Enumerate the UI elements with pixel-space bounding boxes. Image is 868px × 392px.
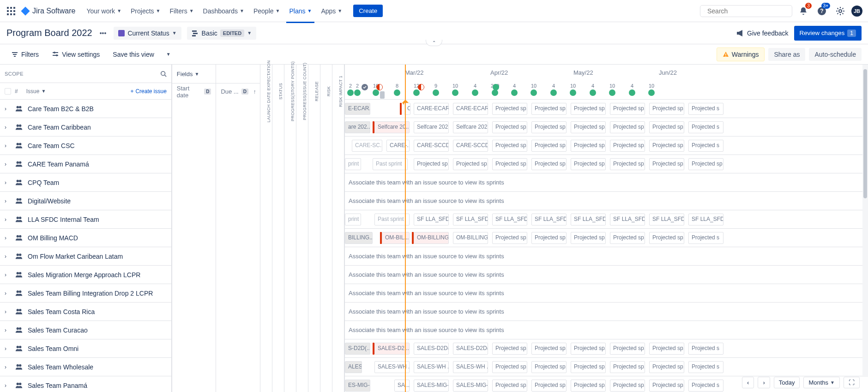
release-marker[interactable]: 10	[609, 83, 615, 96]
vertical-column[interactable]: RELEASE	[308, 65, 320, 392]
release-marker[interactable]: 9	[433, 83, 439, 96]
sprint-box[interactable]: CARE-SCCD...	[453, 140, 488, 152]
fullscreen-button[interactable]: ⛶	[844, 377, 860, 388]
sprint-box[interactable]: Projected sp...	[531, 232, 567, 244]
sprint-box[interactable]: Projected sp...	[610, 232, 645, 244]
nav-item-dashboards[interactable]: Dashboards▼	[199, 6, 248, 17]
team-row[interactable]: ›Sales Team Curacao	[0, 321, 171, 339]
notifications-icon[interactable]: 3	[796, 4, 811, 18]
sprint-box[interactable]: Past sprint	[374, 214, 410, 226]
sprint-box[interactable]: SF LLA_SFD...	[610, 214, 645, 226]
team-row[interactable]: ›Sales Team Costa Rica	[0, 303, 171, 321]
release-marker[interactable]: 4	[550, 83, 557, 96]
sprint-box[interactable]: Projected sp...	[649, 103, 684, 115]
sprint-box[interactable]: Projected sp...	[492, 121, 527, 133]
sprint-box[interactable]: Projected s	[688, 232, 723, 244]
sprint-box[interactable]: Projected sp...	[649, 232, 684, 244]
expand-icon[interactable]: ›	[5, 198, 10, 204]
filters-button[interactable]: Filters	[6, 48, 43, 61]
sprint-box[interactable]: Projected s	[688, 361, 723, 373]
sprint-box[interactable]: Projected sp...	[531, 121, 567, 133]
sprint-box[interactable]: ALES-...	[345, 361, 362, 373]
user-avatar[interactable]: JB	[851, 6, 862, 17]
sprint-box[interactable]: Projected sp...	[610, 380, 645, 392]
vertical-column[interactable]: PROGRESS(STORY POINTS)	[284, 65, 296, 392]
vertical-column[interactable]: RISK IMPACT 1	[332, 65, 344, 392]
review-changes-button[interactable]: Review changes 1	[794, 26, 862, 41]
sprint-box[interactable]: CARE-ECAR...	[414, 103, 449, 115]
sprint-box[interactable]: Projected sp...	[571, 103, 606, 115]
team-row[interactable]: ›Sales Team Panamá	[0, 376, 171, 392]
expand-icon[interactable]: ›	[5, 327, 10, 333]
sprint-box[interactable]: SA...	[394, 380, 410, 392]
release-marker[interactable]: 4	[590, 83, 596, 96]
sprint-box[interactable]: Projected sp...	[531, 343, 567, 355]
vertical-scrollbar[interactable]	[862, 65, 868, 375]
expand-icon[interactable]: ›	[5, 143, 10, 149]
sprint-box[interactable]: E-ECAR...	[345, 103, 370, 115]
sprint-box[interactable]: Projected sp...	[414, 158, 449, 170]
save-view-dropdown[interactable]: ▼	[163, 49, 175, 59]
give-feedback-button[interactable]: Give feedback	[736, 29, 789, 37]
timeline-prev-button[interactable]: ‹	[742, 377, 754, 388]
create-issue-button[interactable]: + Create issue	[130, 88, 166, 95]
sprint-box[interactable]: SALES-MIG-...	[453, 380, 488, 392]
vertical-column[interactable]: STATUS	[272, 65, 284, 392]
nav-item-apps[interactable]: Apps▼	[317, 6, 346, 17]
sprint-box[interactable]: print	[345, 214, 361, 226]
release-marker[interactable]: 10	[648, 83, 655, 96]
sprint-box[interactable]: Projected sp...	[492, 361, 527, 373]
sprint-box[interactable]: OM-BILLING...	[414, 232, 449, 244]
sprint-box[interactable]: SF LLA_SFD...	[453, 214, 488, 226]
vertical-column[interactable]: PROGRESS(ISSUE COUNT)	[296, 65, 308, 392]
expand-icon[interactable]: ›	[5, 272, 10, 278]
sprint-box[interactable]: Projected sp...	[610, 140, 645, 152]
sprint-box[interactable]: Projected s	[688, 121, 723, 133]
sprint-box[interactable]: Projected sp	[688, 158, 723, 170]
release-marker[interactable]	[376, 83, 383, 90]
expand-icon[interactable]: ›	[5, 345, 10, 352]
team-row[interactable]: ›LLA SFDC Internal Team	[0, 210, 171, 229]
sprint-box[interactable]: SALES-WH ...	[414, 361, 449, 373]
nav-item-filters[interactable]: Filters▼	[166, 6, 198, 17]
jira-logo[interactable]: Jira Software	[20, 6, 75, 16]
release-marker[interactable]: 4	[472, 83, 478, 96]
nav-item-projects[interactable]: Projects▼	[127, 6, 164, 17]
release-marker[interactable]: 10	[530, 83, 537, 96]
expand-icon[interactable]: ›	[5, 216, 10, 223]
sprint-box[interactable]: Projected sp...	[571, 343, 606, 355]
due-date-header[interactable]: Due ... D ↑	[216, 83, 260, 100]
sprint-box[interactable]: Projected sp...	[531, 380, 567, 392]
release-marker[interactable]: 4	[511, 83, 518, 96]
sprint-box[interactable]: BILLING...	[345, 232, 373, 244]
sprint-box[interactable]: SALES-WH ...	[374, 361, 410, 373]
sprint-box[interactable]: CARE-ECAR...	[453, 103, 488, 115]
expand-icon[interactable]: ›	[5, 290, 10, 297]
sprint-box[interactable]: Projected sp...	[571, 361, 606, 373]
sprint-box[interactable]: Selfcare 202...	[414, 121, 449, 133]
collapse-header-button[interactable]: ⌃	[426, 40, 442, 46]
team-row[interactable]: ›Sales Team Billing Integration Drop 2 L…	[0, 284, 171, 303]
sprint-box[interactable]: Projected sp...	[453, 158, 488, 170]
zoom-selector[interactable]: Months ▼	[803, 377, 840, 388]
team-row[interactable]: ›Sales Migration Merge Approach LCPR	[0, 266, 171, 284]
sprint-box[interactable]: SF LLA_SFD...	[414, 214, 449, 226]
sprint-box[interactable]: Selfcare 202...	[453, 121, 488, 133]
sprint-box[interactable]: Projected sp...	[649, 140, 684, 152]
sprint-box[interactable]: Projected sp...	[531, 140, 567, 152]
sprint-box[interactable]: SALES-MIG-...	[414, 380, 449, 392]
team-row[interactable]: ›Care Team B2C & B2B	[0, 100, 171, 118]
settings-icon[interactable]	[833, 4, 848, 18]
warnings-button[interactable]: Warnings	[717, 48, 765, 61]
sprint-box[interactable]: print	[345, 158, 361, 170]
team-row[interactable]: ›Sales Team Wholesale	[0, 358, 171, 376]
view-settings-button[interactable]: View settings	[47, 48, 104, 61]
team-row[interactable]: ›Om Flow Market Caribean Latam	[0, 247, 171, 266]
sprint-box[interactable]: Projected sp...	[610, 361, 645, 373]
nav-item-your-work[interactable]: Your work▼	[83, 6, 125, 17]
help-icon[interactable]: ? 3+	[814, 4, 829, 18]
sprint-box[interactable]: Projected sp...	[492, 343, 527, 355]
sprint-box[interactable]: SF LLA_SFD...	[531, 214, 567, 226]
team-row[interactable]: ›Digital/Website	[0, 192, 171, 210]
sprint-box[interactable]: Projected s	[688, 343, 723, 355]
